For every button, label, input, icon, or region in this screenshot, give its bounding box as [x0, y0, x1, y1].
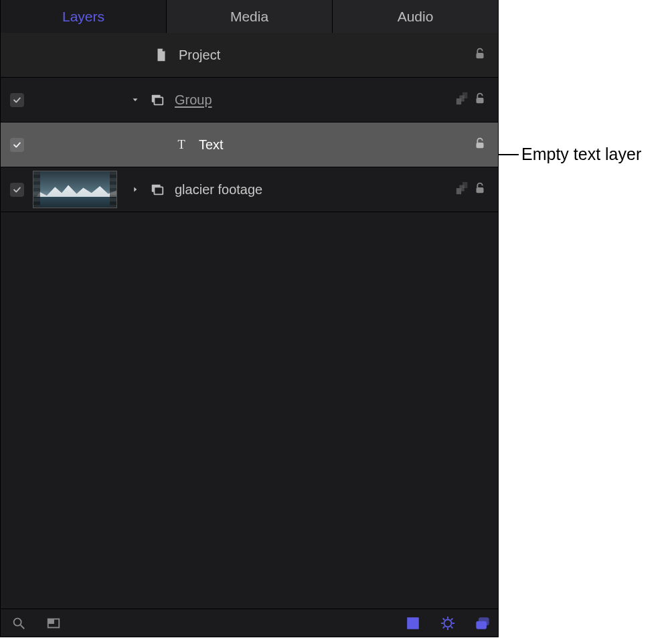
isolation-icon[interactable] — [455, 181, 470, 199]
svg-rect-10 — [154, 187, 163, 194]
checker-display-button[interactable] — [404, 615, 422, 632]
svg-rect-33 — [479, 617, 489, 625]
row-project[interactable]: Project — [1, 33, 498, 78]
panel-footer — [1, 609, 498, 637]
row-group-label: Group — [175, 92, 455, 108]
annotation-callout: Empty text layer — [499, 145, 641, 164]
clip-thumbnail[interactable] — [33, 171, 117, 208]
svg-rect-6 — [477, 98, 484, 103]
lock-icon[interactable] — [473, 181, 487, 199]
tab-layers[interactable]: Layers — [1, 0, 167, 33]
isolation-icon[interactable] — [455, 91, 470, 109]
callout-leader-line — [499, 154, 519, 155]
tab-media-label: Media — [230, 9, 268, 25]
tab-layers-label: Layers — [62, 9, 104, 25]
svg-point-23 — [444, 619, 452, 627]
frame-button[interactable] — [45, 615, 62, 632]
svg-rect-8 — [477, 143, 484, 148]
search-button[interactable] — [10, 615, 27, 632]
row-text-label: Text — [199, 137, 473, 153]
layers-panel: Layers Media Audio Project — [0, 0, 499, 637]
lock-icon[interactable] — [473, 136, 487, 154]
disclosure-toggle[interactable] — [129, 95, 141, 104]
lock-icon[interactable] — [473, 46, 487, 64]
lock-icon[interactable] — [473, 91, 487, 109]
svg-rect-18 — [48, 619, 54, 623]
visibility-checkbox[interactable] — [10, 183, 24, 197]
svg-rect-13 — [463, 181, 467, 187]
callout-text: Empty text layer — [519, 145, 641, 164]
text-icon: T — [172, 137, 191, 152]
svg-line-16 — [21, 625, 25, 629]
settings-gear-button[interactable] — [439, 615, 456, 632]
svg-rect-19 — [408, 617, 413, 623]
svg-rect-0 — [477, 53, 484, 58]
svg-rect-20 — [413, 623, 418, 629]
visibility-checkbox[interactable] — [10, 138, 24, 152]
svg-rect-5 — [463, 92, 467, 98]
svg-line-28 — [443, 618, 445, 620]
disclosure-toggle[interactable] — [129, 185, 141, 194]
row-clip[interactable]: glacier footage — [1, 167, 498, 212]
svg-point-15 — [14, 618, 21, 625]
group-layers-icon — [148, 182, 167, 197]
tab-audio[interactable]: Audio — [333, 0, 498, 33]
row-clip-label: glacier footage — [175, 182, 455, 197]
row-project-label: Project — [179, 48, 473, 63]
row-group[interactable]: Group — [1, 78, 498, 123]
tab-media[interactable]: Media — [167, 0, 333, 33]
svg-rect-2 — [154, 97, 163, 104]
stack-button[interactable] — [474, 615, 491, 632]
tab-audio-label: Audio — [398, 9, 434, 25]
svg-text:T: T — [177, 138, 185, 151]
svg-line-31 — [451, 618, 453, 620]
svg-line-29 — [451, 626, 453, 628]
row-text[interactable]: T Text — [1, 123, 498, 167]
layers-list: Project — [1, 33, 498, 609]
svg-rect-22 — [408, 623, 413, 629]
page-icon — [152, 48, 171, 62]
svg-line-30 — [443, 626, 445, 628]
group-layers-icon — [148, 92, 167, 107]
svg-rect-21 — [413, 617, 418, 623]
visibility-checkbox[interactable] — [10, 93, 24, 107]
tab-bar: Layers Media Audio — [1, 0, 498, 33]
svg-rect-14 — [477, 187, 484, 193]
